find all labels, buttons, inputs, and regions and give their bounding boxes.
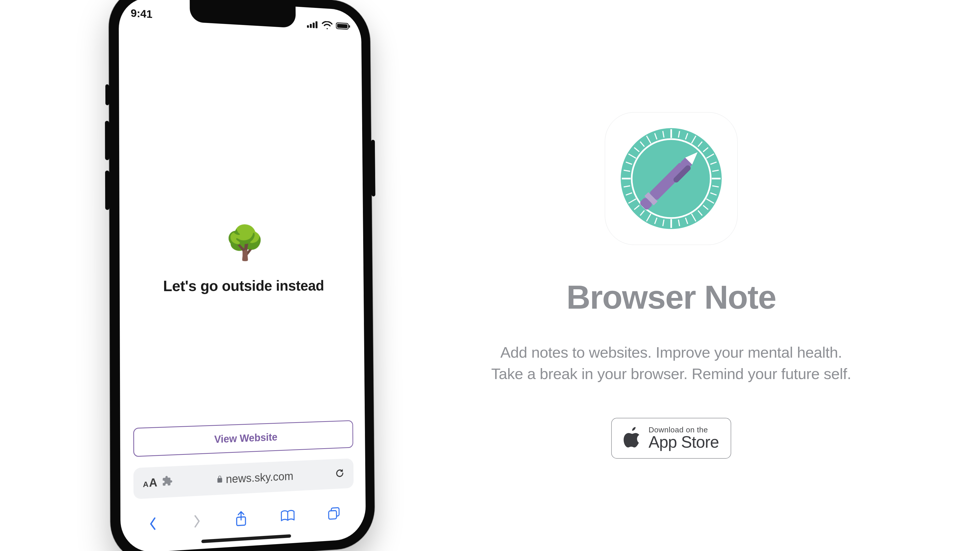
phone-screen: 9:41: [119, 0, 366, 551]
extensions-icon[interactable]: [162, 475, 173, 489]
power-button: [371, 140, 375, 197]
svg-rect-1: [310, 24, 312, 28]
back-icon[interactable]: [148, 516, 158, 532]
page-root: 9:41: [0, 0, 980, 551]
volume-down-button: [105, 170, 110, 210]
badge-line2: App Store: [649, 433, 719, 451]
tagline-line-1: Add notes to websites. Improve your ment…: [491, 342, 851, 363]
app-tagline: Add notes to websites. Improve your ment…: [491, 342, 851, 385]
address-domain: news.sky.com: [173, 468, 334, 488]
svg-rect-3: [315, 21, 318, 28]
forward-icon: [192, 513, 201, 530]
svg-rect-6: [349, 25, 350, 28]
view-website-button[interactable]: View Website: [133, 420, 353, 457]
battery-icon: [336, 22, 350, 30]
reader-aa-icon[interactable]: AA: [143, 476, 158, 490]
home-indicator[interactable]: [201, 534, 291, 543]
phone-mockup: 9:41: [109, 0, 375, 551]
status-icons: [307, 19, 351, 30]
page-content: 🌳 Let's go outside instead View Website …: [119, 27, 366, 551]
share-icon[interactable]: [234, 510, 248, 527]
wifi-icon: [322, 21, 333, 30]
cellular-icon: [307, 20, 318, 28]
note-message: Let's go outside instead: [163, 277, 324, 295]
app-icon: [605, 112, 738, 245]
view-website-label: View Website: [214, 431, 277, 445]
tagline-line-2: Take a break in your browser. Remind you…: [491, 363, 851, 385]
note-area: 🌳 Let's go outside instead View Website: [119, 27, 365, 464]
svg-rect-2: [313, 22, 315, 28]
badge-line1: Download on the: [649, 426, 719, 434]
mute-switch: [105, 84, 109, 105]
address-bar[interactable]: AA news.sky.com: [134, 458, 354, 499]
lock-icon: [216, 473, 223, 486]
status-time: 9:41: [130, 7, 152, 21]
svg-rect-5: [337, 24, 348, 28]
address-domain-text: news.sky.com: [226, 470, 293, 486]
note-tree-icon: 🌳: [224, 226, 265, 259]
app-store-text: Download on the App Store: [649, 426, 719, 451]
app-title: Browser Note: [566, 278, 776, 316]
marketing-column: Browser Note Add notes to websites. Impr…: [480, 112, 862, 459]
svg-rect-0: [307, 25, 309, 28]
app-store-badge[interactable]: Download on the App Store: [611, 418, 731, 459]
volume-up-button: [105, 121, 109, 160]
svg-rect-9: [329, 510, 337, 519]
compass-pen-icon: [616, 124, 726, 233]
bookmarks-icon[interactable]: [280, 509, 296, 523]
reload-icon[interactable]: [334, 467, 345, 480]
safari-toolbar: [121, 498, 366, 540]
apple-logo-icon: [624, 427, 641, 449]
safari-chrome: AA news.sky.com: [120, 453, 366, 551]
phone-body: 9:41: [109, 0, 375, 551]
tabs-icon[interactable]: [327, 506, 341, 521]
